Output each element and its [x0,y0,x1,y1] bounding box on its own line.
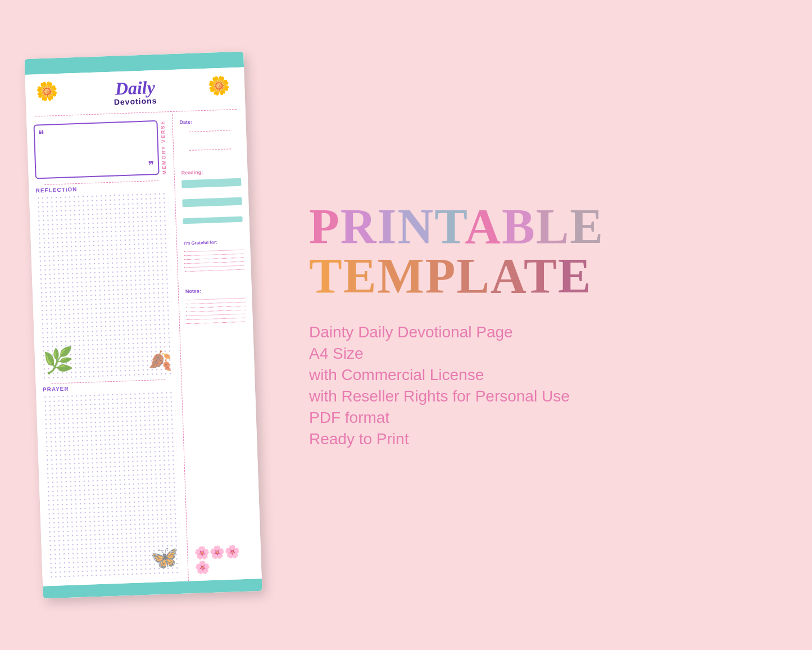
bird-deco-icon: 🦋 [150,544,179,571]
plant-left-icon: 🌿 [42,345,74,376]
grateful-line-4 [184,261,244,264]
memory-verse-box: ❝ ❞ [33,120,159,179]
grateful-label: I'm Grateful for: [184,239,243,246]
bottom-flowers: 🌸🌸🌸🌸 [194,539,255,575]
feature-item-4: with Reseller Rights for Personal Use [309,387,778,405]
notes-line-6 [187,318,246,321]
text-content: PRINTABLE TEMPLATE Dainty Daily Devotion… [298,202,778,448]
grateful-lines [184,250,244,272]
memory-verse-area: ❝ ❞ MEMORY VERSE [33,120,167,179]
grateful-line-5 [184,265,244,268]
notes-line-5 [186,314,246,317]
quote-open-icon: ❝ [38,128,45,141]
template-header: 🌼 Daily Devotions 🌼 [25,67,245,114]
memory-verse-label: MEMORY VERSE [160,120,167,174]
reflection-dot-grid: 🌿 🍂 [36,191,174,381]
two-column-layout: ❝ ❞ MEMORY VERSE REFLECTION 🌿 🍂 PRAYER [26,111,262,586]
notes-line-2 [186,302,246,305]
template-preview: 🌼 Daily Devotions 🌼 ❝ ❞ [24,51,262,598]
main-container: 🌼 Daily Devotions 🌼 ❝ ❞ [0,0,812,650]
date-line [189,130,230,132]
grateful-line-3 [184,258,244,260]
plant-right-icon: 🍂 [148,349,172,372]
heading-line2: TEMPLATE [309,251,778,301]
feature-item-5: PDF format [309,409,778,427]
feature-item-1: Dainty Daily Devotional Page [309,323,778,341]
grateful-line-1 [184,250,243,252]
notes-line-3 [186,306,246,309]
feature-item-2: A4 Size [309,345,778,363]
feature-item-6: Ready to Print [309,430,778,448]
prayer-dot-grid: 🦋 [43,390,181,580]
left-column: ❝ ❞ MEMORY VERSE REFLECTION 🌿 🍂 PRAYER [26,114,189,586]
reading-label: Reading: [181,168,241,176]
feature-list: Dainty Daily Devotional Page A4 Size wit… [309,323,778,448]
grateful-line-2 [184,254,244,256]
notes-line-1 [185,298,245,301]
notes-lines [185,298,246,324]
notes-label: Notes: [185,287,245,295]
title-daily: Daily [113,78,157,98]
date-label: Date: [179,118,239,125]
title-devotions: Devotions [114,96,157,107]
notes-line-4 [186,310,246,313]
reading-bar-3 [183,216,242,224]
notes-line-7 [187,322,246,324]
reading-bar-2 [182,197,242,207]
heading-line1: PRINTABLE [309,202,778,251]
quote-close-icon: ❞ [148,158,155,171]
flower-left-icon: 🌼 [35,80,58,102]
grateful-line-6 [185,269,244,272]
date-line2 [189,148,231,151]
feature-item-3: with Commercial License [309,366,778,384]
template-body: 🌼 Daily Devotions 🌼 ❝ ❞ [25,67,262,586]
flower-right-icon: 🌼 [207,74,230,96]
reading-bar-1 [182,178,241,188]
title-block: Daily Devotions [113,78,157,107]
